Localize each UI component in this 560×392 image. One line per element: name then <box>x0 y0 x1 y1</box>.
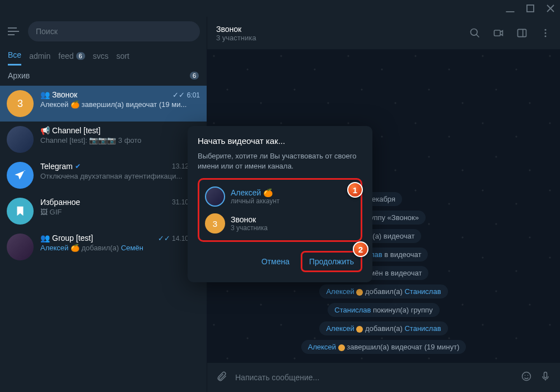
annotation-marker-1: 1 <box>347 182 363 198</box>
chat-item[interactable]: Избранное 31.10.2... 🖼 GIF <box>0 193 207 229</box>
chat-list: 3 👥 Звонок ✓✓ 6:01 Алексей 🍊 завершил(а)… <box>0 86 207 392</box>
svg-point-14 <box>545 35 547 37</box>
service-message: Алексей добавил(а) Станислав <box>319 321 447 335</box>
more-icon[interactable] <box>540 26 551 40</box>
avatar <box>7 198 34 225</box>
svg-point-17 <box>528 375 529 376</box>
archive-row[interactable]: Архив 6 <box>0 66 207 86</box>
chat-name: 👥 Group [test] <box>40 234 93 242</box>
search-input[interactable]: Поиск <box>28 21 200 41</box>
svg-point-7 <box>471 29 478 36</box>
dialog-description: Выберите, хотите ли Вы участвовать от св… <box>198 151 362 171</box>
header-title: Звонок <box>216 25 256 34</box>
titlebar <box>0 0 560 17</box>
continue-button-highlight: 2 Продолжить <box>301 251 362 272</box>
minimize-button[interactable] <box>505 3 515 13</box>
app-window: Поиск Все admin feed 6 svcs sort Архив 6… <box>0 0 560 392</box>
dialog-title: Начать видеочат как... <box>198 136 362 146</box>
avatar <box>7 234 34 260</box>
annotation-marker-2: 2 <box>353 241 368 257</box>
svg-point-12 <box>545 29 547 31</box>
chat-preview: Отключена двухэтапная аутентификаци... <box>40 172 200 180</box>
tab-admin[interactable]: admin <box>29 50 50 66</box>
account-options: 1 Алексей 🍊 личный аккаунт 3 Звонок 3 уч… <box>198 178 362 242</box>
chat-preview: Алексей 🍊 завершил(а) видеочат (19 ми... <box>40 100 200 109</box>
avatar: 3 <box>205 213 225 234</box>
maximize-button[interactable] <box>525 3 535 13</box>
chat-item[interactable]: 👥 Group [test] ✓✓ 14.10.2... Алексей 🍊 д… <box>0 229 207 265</box>
sidebar: Поиск Все admin feed 6 svcs sort Архив 6… <box>0 17 207 392</box>
service-message: Алексей добавил(а) Станислав <box>319 284 447 298</box>
chat-name: 📢 Channel [test] <box>40 126 100 135</box>
chat-preview: 🖼 GIF <box>40 208 200 216</box>
avatar <box>7 126 34 153</box>
tab-feed[interactable]: feed 6 <box>58 50 85 66</box>
emoji-icon[interactable] <box>521 371 532 384</box>
svg-point-16 <box>525 375 526 376</box>
header-subtitle: 3 участника <box>216 34 256 42</box>
panel-icon[interactable] <box>516 26 528 40</box>
cancel-button[interactable]: Отмена <box>255 253 296 270</box>
message-input[interactable]: Написать сообщение... <box>235 373 513 382</box>
tab-sort[interactable]: sort <box>116 50 129 66</box>
menu-icon[interactable] <box>7 26 20 36</box>
chat-item[interactable]: 📢 Channel [test] 2... Channel [test]: 📷📷… <box>0 122 207 157</box>
chat-header: Звонок 3 участника <box>207 17 560 49</box>
svg-point-13 <box>545 32 547 34</box>
svg-point-15 <box>522 372 531 381</box>
tab-all[interactable]: Все <box>8 50 21 66</box>
chat-item[interactable]: 3 👥 Звонок ✓✓ 6:01 Алексей 🍊 завершил(а)… <box>0 86 207 122</box>
svg-line-8 <box>477 35 479 38</box>
svg-rect-18 <box>544 372 547 378</box>
service-message: Станислав покинул(а) группу <box>328 303 439 317</box>
chat-preview: Алексей 🍊 добавил(а) Семён <box>40 244 200 252</box>
svg-rect-1 <box>527 5 534 12</box>
avatar <box>7 162 34 189</box>
chat-name: Избранное <box>40 198 80 207</box>
chat-preview: Channel [test]: 📷📷📷 3 фото <box>40 136 200 144</box>
voice-icon[interactable] <box>540 371 551 384</box>
svg-rect-9 <box>494 30 501 36</box>
option-personal[interactable]: Алексей 🍊 личный аккаунт <box>202 183 358 210</box>
attach-icon[interactable] <box>216 371 227 384</box>
search-placeholder: Поиск <box>36 27 58 36</box>
verified-icon: ✔ <box>75 162 81 170</box>
avatar <box>205 186 225 207</box>
start-videochat-dialog: Начать видеочат как... Выберите, хотите … <box>188 126 372 282</box>
continue-button[interactable]: Продолжить <box>302 253 361 270</box>
search-icon[interactable] <box>469 26 480 40</box>
option-group[interactable]: 3 Звонок 3 участника <box>202 210 358 237</box>
chat-name: Telegram ✔ <box>40 162 81 171</box>
tab-svcs[interactable]: svcs <box>93 50 109 66</box>
chat-name: 👥 Звонок <box>40 90 77 99</box>
message-composer: Написать сообщение... <box>207 363 560 392</box>
service-message: Алексей завершил(а) видеочат (19 минут) <box>301 340 466 354</box>
close-button[interactable] <box>545 3 556 13</box>
avatar: 3 <box>7 90 34 117</box>
call-icon[interactable] <box>493 26 504 40</box>
chat-item[interactable]: Telegram ✔ 13.12.2... Отключена двухэтап… <box>0 157 207 193</box>
folder-tabs: Все admin feed 6 svcs sort <box>0 46 207 66</box>
svg-rect-10 <box>518 29 526 36</box>
